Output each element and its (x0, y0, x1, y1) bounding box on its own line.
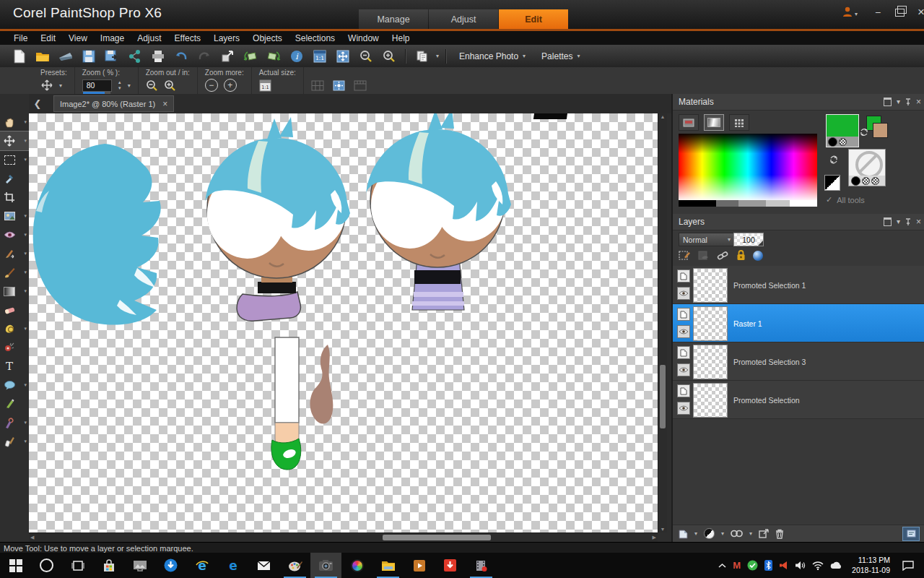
volume-tray-icon[interactable] (795, 561, 806, 570)
open-image-icon[interactable] (33, 48, 52, 65)
menu-image[interactable]: Image (94, 31, 131, 45)
resize-icon[interactable] (218, 48, 237, 65)
copy-icon[interactable] (413, 48, 432, 65)
dropdown-icon[interactable]: ▾ (24, 439, 27, 444)
canvas-vertical-scrollbar[interactable]: ▲ ▼ (658, 113, 667, 532)
scroll-left-icon[interactable]: ◀ (30, 533, 34, 542)
tab-manage[interactable]: Manage (359, 9, 428, 29)
layer-type-icon[interactable] (677, 384, 690, 397)
zoom-in-tool-icon[interactable] (164, 79, 176, 92)
highlight-sphere-icon[interactable] (753, 251, 763, 261)
tool-airbrush[interactable] (0, 338, 29, 357)
ruler-toggle-icon[interactable] (354, 80, 367, 91)
scroll-up-icon[interactable]: ▲ (658, 114, 667, 119)
zoom-out-tool-icon[interactable] (146, 79, 158, 92)
wifi-tray-icon[interactable] (812, 561, 824, 570)
background-color-chip[interactable] (873, 123, 888, 138)
opacity-field[interactable]: 100 (733, 233, 764, 246)
zoom-dropdown-icon[interactable]: ▾ (128, 82, 131, 89)
panel-menu-icon[interactable]: ▾ (897, 98, 900, 105)
close-button[interactable]: × (914, 6, 924, 19)
edge-icon[interactable]: e (217, 553, 248, 578)
enhance-photo-button[interactable]: Enhance Photo ▾ (453, 49, 531, 64)
layer-visibility-eye-icon[interactable] (677, 325, 690, 338)
layer-visibility-eye-icon[interactable] (677, 363, 690, 376)
tool-preset-shape[interactable]: ▾ (0, 376, 29, 394)
dropdown-icon[interactable]: ▾ (24, 382, 27, 388)
color-picker-rainbow[interactable] (679, 134, 817, 200)
menu-view[interactable]: View (62, 31, 94, 45)
texture-style-icon[interactable] (871, 177, 879, 185)
dropdown-icon[interactable]: ▾ (24, 138, 27, 144)
canvas-horizontal-scrollbar[interactable]: ◀ ▶ (29, 532, 658, 542)
menu-adjust[interactable]: Adjust (131, 31, 167, 45)
tool-red-eye[interactable]: ▾ (0, 225, 29, 244)
duplicate-layer-icon[interactable] (731, 530, 743, 538)
task-view-button[interactable] (62, 553, 93, 578)
download-manager-icon[interactable] (435, 553, 466, 578)
menu-help[interactable]: Help (385, 31, 417, 45)
pin-icon[interactable] (905, 98, 911, 105)
tab-adjust[interactable]: Adjust (429, 9, 498, 29)
menu-selections[interactable]: Selections (289, 31, 341, 45)
panel-window-icon[interactable] (884, 98, 892, 106)
menu-layers[interactable]: Layers (207, 31, 246, 45)
tab-edit[interactable]: Edit (499, 9, 568, 29)
materials-rainbow-tab[interactable] (704, 114, 724, 131)
document-tab-close-icon[interactable]: × (162, 99, 167, 109)
tool-warp-brush[interactable]: ▾ (0, 413, 29, 432)
tool-eraser[interactable] (0, 301, 29, 319)
menu-objects[interactable]: Objects (246, 31, 289, 45)
tool-art-media[interactable]: ▾ (0, 432, 29, 451)
panel-close-icon[interactable]: × (916, 98, 921, 106)
antivirus-tray-icon[interactable] (747, 560, 758, 571)
layer-thumbnail[interactable] (693, 306, 728, 341)
copy-dropdown-icon[interactable]: ▾ (436, 53, 439, 59)
pin-icon[interactable] (905, 218, 911, 225)
malwarebytes-tray-icon[interactable]: M (733, 561, 741, 570)
menu-edit[interactable]: Edit (34, 31, 62, 45)
blend-mode-dropdown[interactable]: Normal ▾ (679, 233, 735, 246)
dropdown-icon[interactable]: ▾ (24, 326, 27, 332)
internet-explorer-icon[interactable]: e (186, 553, 217, 578)
zoom-increase-button[interactable]: + (224, 79, 237, 92)
all-tools-option[interactable]: ✓ All tools (826, 195, 865, 204)
panel-close-icon[interactable]: × (916, 217, 921, 226)
zoom-spinner[interactable]: ▲▼ (118, 80, 122, 90)
dropdown-icon[interactable]: ▾ (24, 157, 27, 163)
tool-pen[interactable] (0, 394, 29, 413)
tool-straighten[interactable]: ▾ (0, 207, 29, 225)
layer-thumbnail[interactable] (693, 268, 728, 303)
save-icon[interactable] (79, 48, 98, 65)
tool-pan[interactable]: ▾ (0, 113, 29, 131)
actual-size-icon[interactable]: 1:1 (310, 48, 329, 65)
delete-layer-icon[interactable] (775, 529, 784, 539)
tab-scroll-left-icon[interactable]: ❮ (29, 98, 46, 109)
tool-dropper[interactable] (0, 169, 29, 188)
tray-expand-icon[interactable] (718, 563, 726, 569)
scroll-down-icon[interactable]: ▼ (658, 527, 667, 532)
actual-size-button[interactable]: 1:1 (259, 79, 271, 92)
tool-background-eraser[interactable]: ▾ (0, 319, 29, 338)
dropdown-icon[interactable]: ▾ (749, 530, 752, 537)
layer-thumbnail[interactable] (693, 383, 728, 418)
onedrive-tray-icon[interactable] (830, 561, 842, 569)
dropdown-icon[interactable]: ▾ (24, 119, 27, 125)
new-image-icon[interactable] (10, 48, 29, 65)
dropdown-icon[interactable]: ▾ (24, 288, 27, 294)
tool-paint-brush[interactable]: ▾ (0, 263, 29, 282)
paintshop-taskbar-icon[interactable] (279, 553, 310, 578)
zoom-out-icon[interactable] (357, 48, 375, 65)
dropdown-icon[interactable]: ▾ (24, 269, 27, 275)
dropdown-icon[interactable]: ▾ (721, 530, 724, 537)
menu-effects[interactable]: Effects (168, 31, 207, 45)
share-icon[interactable] (126, 48, 144, 65)
presets-move-icon[interactable] (40, 79, 53, 91)
scroll-right-icon[interactable]: ▶ (653, 533, 656, 542)
new-mask-icon[interactable] (704, 528, 715, 539)
dropdown-icon[interactable]: ▾ (694, 530, 697, 537)
fit-to-window-icon[interactable] (334, 48, 352, 65)
undo-icon[interactable] (172, 48, 191, 65)
grid-toggle-icon[interactable] (311, 80, 324, 91)
pattern-style-icon[interactable] (862, 177, 870, 185)
